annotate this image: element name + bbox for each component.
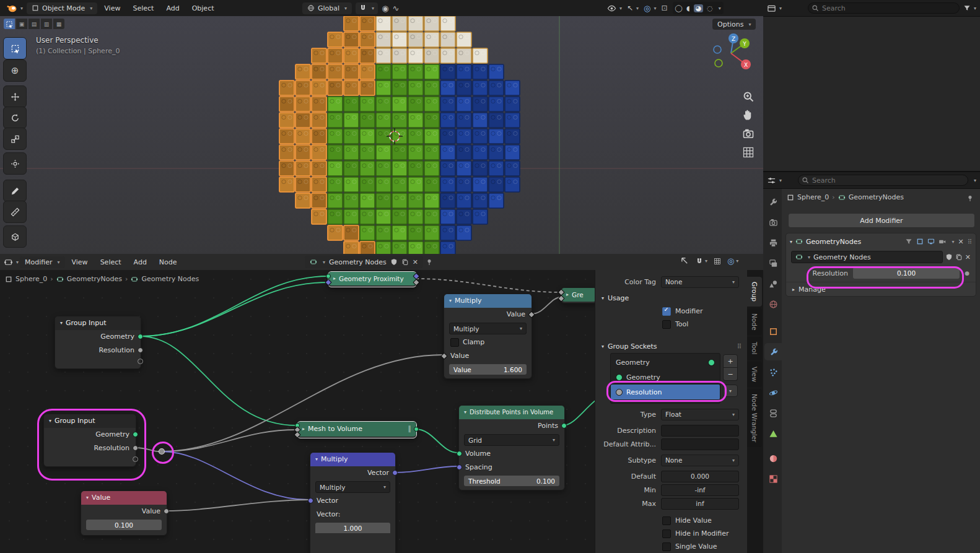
tool-move[interactable] — [3, 85, 27, 108]
expand-icon[interactable]: ▾ — [790, 239, 792, 245]
node-geometry-proximity[interactable]: ▸Geometry Proximity — [328, 271, 417, 287]
node-multiply-vector[interactable]: ▾Multiply Vector Multiply▾ Vector Vector… — [310, 452, 396, 553]
shading-wireframe-icon[interactable]: ◯ — [675, 4, 683, 12]
tool-add-cube[interactable] — [3, 225, 27, 248]
copy-icon[interactable] — [401, 258, 409, 266]
object-visibility-dropdown[interactable]: ▾ — [607, 4, 622, 13]
socket-volume-out[interactable] — [414, 427, 419, 432]
threshold-field[interactable]: Threshold0.100 — [464, 476, 559, 486]
sidebar-tab-group[interactable]: Group — [747, 277, 762, 307]
node-value[interactable]: ▾Value Value 0.100 — [81, 490, 167, 536]
node-mesh-to-volume[interactable]: ▸Mesh to Volume∥ — [297, 421, 417, 438]
node-tree-type-dropdown[interactable]: Modifier▾ — [20, 256, 65, 268]
tool-measure[interactable] — [3, 201, 27, 223]
socket-resolution-out[interactable] — [133, 445, 138, 451]
properties-search-input[interactable] — [798, 175, 968, 186]
fake-user-shield-icon[interactable] — [945, 253, 953, 261]
vector-operation-dropdown[interactable]: Multiply▾ — [315, 481, 390, 493]
node-header[interactable]: ▸Mesh to Volume∥ — [297, 422, 416, 437]
single-value-checkbox[interactable] — [662, 542, 671, 551]
tab-output[interactable] — [764, 234, 782, 251]
tab-modifiers[interactable] — [764, 343, 783, 360]
socket-resolution-out[interactable] — [138, 347, 143, 353]
socket-vector-in[interactable] — [308, 498, 313, 503]
sidebar-tab-node-wrangler[interactable]: Node Wrangler — [747, 389, 762, 447]
render-toggle-icon[interactable] — [938, 238, 946, 245]
value-field[interactable]: 0.100 — [86, 520, 162, 530]
chevron-down-icon[interactable]: ▾ — [974, 178, 976, 183]
tool-rotate[interactable] — [3, 107, 27, 129]
socket-points-out[interactable] — [561, 423, 567, 429]
node-multiply-math[interactable]: ▾Multiply Value Multiply▾ Clamp Value Va… — [444, 294, 532, 379]
distribute-mode-dropdown[interactable]: Grid▾ — [464, 434, 559, 446]
shading-rendered-icon[interactable]: ◌ — [707, 4, 713, 12]
remove-socket-button[interactable]: − — [723, 368, 738, 381]
group-sockets-panel-header[interactable]: ▾Group Sockets⠿ — [595, 339, 748, 353]
select-mode-extend[interactable]: ▤ — [28, 19, 40, 29]
min-value-field[interactable]: -inf — [661, 484, 739, 496]
tab-tool[interactable] — [764, 193, 782, 211]
select-mode-tweak[interactable] — [4, 19, 15, 29]
transform-orientation-dropdown[interactable]: Global▾ — [302, 2, 352, 14]
node-header[interactable]: ▾Distribute Points in Volume — [459, 406, 564, 419]
sidebar-tab-view[interactable]: View — [747, 362, 762, 387]
socket-virtual[interactable] — [138, 359, 143, 364]
usage-panel-header[interactable]: ▾Usage — [595, 291, 748, 305]
node-partial-right[interactable]: ▸Gre — [561, 287, 597, 303]
menu-node-view[interactable]: View — [66, 254, 94, 270]
tab-scene[interactable] — [764, 275, 782, 292]
socket-target-in[interactable] — [326, 274, 331, 279]
pin-icon[interactable] — [426, 258, 433, 266]
tab-object-data[interactable] — [764, 425, 782, 442]
node-options-icon[interactable]: ∥ — [408, 422, 412, 436]
node-header[interactable]: ▾Multiply — [310, 453, 395, 466]
type-dropdown[interactable]: Float▾ — [661, 409, 739, 420]
menu-object[interactable]: Object — [186, 0, 220, 16]
select-mode-subtract[interactable]: ▥ — [41, 19, 52, 29]
pin-icon[interactable] — [966, 194, 974, 202]
socket-vector-out[interactable] — [392, 470, 398, 476]
resolution-value-field[interactable]: 0.100 — [853, 268, 960, 279]
subtype-dropdown[interactable]: None▾ — [661, 455, 739, 466]
tab-constraints[interactable] — [764, 404, 782, 422]
menu-view[interactable]: View — [98, 0, 126, 16]
tool-transform[interactable] — [3, 152, 27, 175]
menu-add[interactable]: Add — [160, 0, 185, 16]
editor-type-dropdown[interactable]: ▾ — [4, 258, 19, 267]
fake-user-shield-icon[interactable] — [390, 258, 398, 266]
xray-toggle[interactable]: ⊡ — [661, 4, 667, 12]
add-socket-button[interactable]: + — [723, 354, 738, 368]
on-cage-icon[interactable] — [905, 238, 912, 245]
default-value-field[interactable]: 0.000 — [661, 471, 739, 482]
falloff-curve-icon[interactable]: ∿ — [392, 4, 399, 13]
copy-icon[interactable] — [955, 253, 963, 261]
menu-node-add[interactable]: Add — [128, 254, 152, 270]
mode-selector[interactable]: Object Mode▾ — [27, 2, 97, 14]
proportional-edit-icon[interactable]: ◉ — [382, 4, 388, 13]
tab-view-layer[interactable] — [764, 255, 782, 272]
tool-annotate[interactable] — [3, 180, 27, 202]
go-to-parent-icon[interactable] — [680, 256, 689, 266]
node-group-field[interactable]: ▾ Geometry Nodes — [791, 251, 943, 263]
orthographic-grid-icon[interactable] — [742, 146, 755, 159]
clamp-checkbox[interactable] — [450, 338, 459, 347]
socket-virtual[interactable] — [133, 456, 138, 462]
gizmo-dropdown[interactable]: ↖▾ — [627, 4, 639, 12]
default-attribute-field[interactable] — [661, 438, 739, 450]
node-header[interactable]: ▾Group Input — [44, 414, 136, 428]
manage-subpanel-header[interactable]: ▸Manage — [786, 282, 976, 296]
modifier-extras-dropdown[interactable]: ▾ — [952, 239, 954, 245]
tab-world[interactable] — [764, 295, 782, 313]
node-header[interactable]: ▸Geometry Proximity — [328, 272, 416, 285]
select-mode-intersect[interactable]: ▦ — [53, 19, 64, 29]
add-modifier-button[interactable]: Add Modifier — [788, 213, 975, 228]
value-field[interactable]: Value1.600 — [449, 364, 527, 375]
socket-specials-button[interactable]: ▾ — [723, 385, 738, 397]
vector-x-field[interactable]: 1.000 — [315, 523, 390, 533]
node-group-name-widget[interactable]: ▾ Geometry Nodes ✕ — [305, 256, 423, 268]
node-header[interactable]: ▾Value — [81, 491, 167, 505]
viewport-options-dropdown[interactable]: Options▾ — [712, 19, 756, 30]
tool-select-box[interactable] — [3, 37, 27, 59]
modifier-usage-checkbox[interactable] — [662, 307, 671, 316]
node-header[interactable]: ▸Gre — [561, 288, 597, 302]
